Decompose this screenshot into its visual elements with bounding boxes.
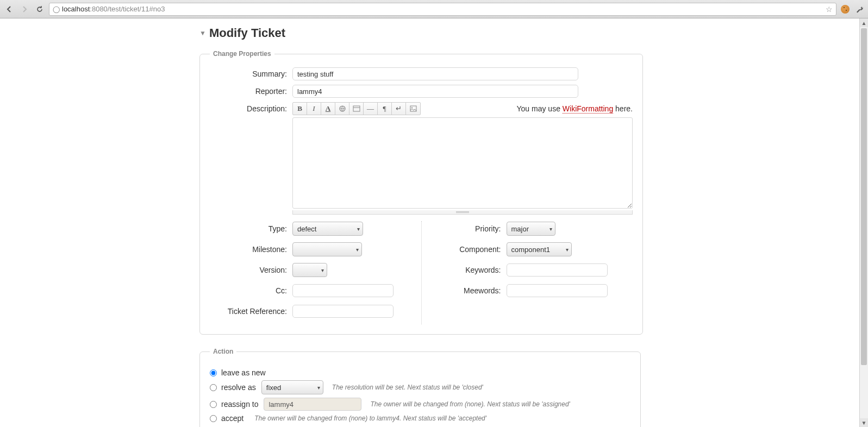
reload-button[interactable] bbox=[34, 3, 46, 15]
back-button[interactable] bbox=[3, 3, 15, 15]
wrench-menu-icon[interactable] bbox=[854, 4, 865, 15]
globe-icon: ◯ bbox=[53, 5, 60, 13]
address-bar[interactable]: ◯ localhost :8080/test/ticket/11#no3 ☆ bbox=[49, 3, 836, 16]
browser-toolbar: ◯ localhost :8080/test/ticket/11#no3 ☆ bbox=[0, 0, 868, 18]
forward-button[interactable] bbox=[18, 3, 30, 15]
cookie-extension-icon[interactable] bbox=[840, 4, 851, 15]
url-host: localhost bbox=[62, 5, 90, 13]
url-path: :8080/test/ticket/11#no3 bbox=[90, 5, 165, 13]
bookmark-star-icon[interactable]: ☆ bbox=[826, 5, 833, 14]
